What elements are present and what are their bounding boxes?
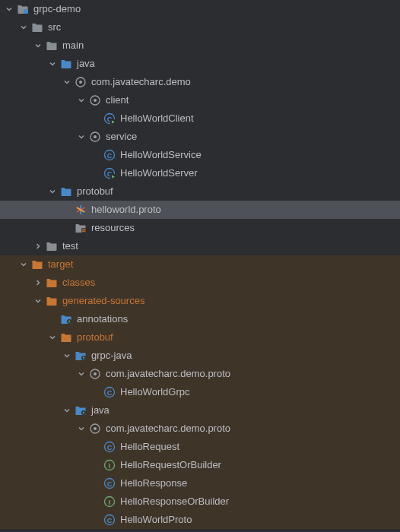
tree-row-test[interactable]: test [0, 237, 400, 255]
package-icon [89, 423, 101, 435]
tree-label: client [106, 91, 129, 109]
svg-point-4 [94, 99, 97, 102]
interface-icon: I [103, 459, 116, 471]
chevron-down-icon[interactable] [48, 333, 57, 342]
tree-label: main [62, 36, 84, 55]
chevron-down-icon[interactable] [62, 78, 71, 87]
tree-label: protobuf [77, 182, 113, 201]
tree-label: java [91, 401, 110, 420]
tree-row-HelloResponse[interactable]: CHelloResponse [0, 474, 400, 492]
folder-icon [31, 21, 43, 33]
tree-label: HelloWorldServer [120, 164, 198, 182]
chevron-down-icon[interactable] [19, 260, 28, 269]
tree-row-protobuf1[interactable]: protobuf [0, 182, 400, 201]
tree-row-java2[interactable]: java [0, 401, 400, 420]
folder-generated-icon [60, 313, 72, 325]
tree-row-HelloResponseOrBuilder[interactable]: IHelloResponseOrBuilder [0, 492, 400, 511]
chevron-down-icon[interactable] [33, 41, 43, 50]
tree-label: src [48, 18, 61, 36]
folder-icon [46, 40, 58, 52]
chevron-down-icon[interactable] [48, 59, 57, 68]
chevron-down-icon[interactable] [5, 5, 14, 14]
chevron-right-icon[interactable] [33, 278, 43, 287]
tree-label: java [77, 55, 95, 73]
tree-row-HelloWorldProto[interactable]: CHelloWorldProto [0, 511, 400, 529]
tree-row-HelloWorldGrpc[interactable]: CHelloWorldGrpc [0, 383, 400, 401]
chevron-right-icon[interactable] [33, 242, 43, 251]
project-tree: grpc-demosrcmainjavacom.javatecharc.demo… [0, 0, 400, 529]
tree-row-java[interactable]: java [0, 55, 400, 73]
chevron-down-icon[interactable] [62, 351, 71, 360]
class-run-icon: C [103, 167, 116, 179]
svg-text:I: I [109, 499, 111, 506]
svg-rect-0 [24, 9, 28, 14]
tree-label: service [106, 128, 137, 146]
tree-label: com.javatecharc.demo.proto [106, 365, 230, 383]
package-icon [89, 131, 101, 143]
svg-text:C: C [107, 444, 113, 451]
tree-row-protobuf2[interactable]: protobuf [0, 328, 400, 347]
tree-row-target[interactable]: target [0, 255, 400, 274]
tree-label: annotations [77, 310, 128, 328]
tree-label: com.javatecharc.demo.proto [106, 420, 230, 438]
svg-text:C: C [107, 517, 113, 524]
folder-source-icon [60, 58, 72, 70]
tree-row-classes[interactable]: classes [0, 274, 400, 292]
chevron-down-icon[interactable] [77, 96, 86, 105]
tree-label: grpc-demo [33, 0, 81, 18]
tree-label: HelloWorldService [120, 146, 202, 164]
tree-label: HelloWorldGrpc [120, 383, 190, 401]
class-run-icon: C [103, 112, 116, 125]
tree-row-service[interactable]: service [0, 128, 400, 146]
class-icon: C [103, 477, 116, 489]
tree-row-annotations[interactable]: annotations [0, 310, 400, 328]
tree-label: com.javatecharc.demo [91, 73, 191, 91]
tree-label: test [62, 237, 78, 255]
tree-row-root[interactable]: grpc-demo [0, 0, 400, 18]
tree-row-HelloRequest[interactable]: CHelloRequest [0, 438, 400, 456]
tree-row-HelloWorldServer[interactable]: CHelloWorldServer [0, 164, 400, 182]
package-icon [89, 94, 101, 106]
tree-row-HelloWorldClient[interactable]: CHelloWorldClient [0, 109, 400, 128]
class-icon: C [103, 386, 116, 398]
tree-row-resources[interactable]: resources [0, 219, 400, 237]
tree-row-src[interactable]: src [0, 18, 400, 36]
tree-label: HelloRequest [120, 438, 179, 456]
folder-excluded-icon [46, 295, 58, 307]
svg-rect-17 [82, 230, 86, 231]
tree-row-pkg1[interactable]: com.javatecharc.demo [0, 73, 400, 91]
tree-row-HelloWorldService[interactable]: CHelloWorldService [0, 146, 400, 164]
svg-text:I: I [109, 462, 111, 470]
class-icon: C [103, 514, 116, 526]
chevron-down-icon[interactable] [33, 296, 43, 306]
svg-rect-16 [82, 229, 86, 230]
tree-row-HelloRequestOrBuilder[interactable]: IHelloRequestOrBuilder [0, 456, 400, 474]
tree-label: resources [91, 219, 135, 237]
folder-source-icon [60, 185, 72, 198]
chevron-down-icon[interactable] [77, 424, 86, 433]
chevron-down-icon[interactable] [62, 406, 71, 415]
chevron-down-icon[interactable] [77, 132, 86, 141]
chevron-down-icon[interactable] [77, 369, 86, 378]
tree-row-grpcjava[interactable]: grpc-java [0, 347, 400, 365]
proto-icon [75, 204, 87, 216]
package-icon [75, 76, 87, 88]
tree-row-client[interactable]: client [0, 91, 400, 109]
tree-label: classes [62, 274, 95, 292]
tree-row-gensrc[interactable]: generated-sources [0, 292, 400, 310]
tree-row-pkg3[interactable]: com.javatecharc.demo.proto [0, 420, 400, 438]
tree-label: HelloWorldProto [120, 511, 192, 529]
folder-excluded-icon [60, 331, 72, 344]
folder-resources-icon [75, 222, 87, 234]
tree-row-pkg2[interactable]: com.javatecharc.demo.proto [0, 365, 400, 383]
tree-label: helloworld.proto [91, 201, 161, 219]
tree-row-main[interactable]: main [0, 36, 400, 55]
svg-point-2 [79, 81, 82, 84]
chevron-down-icon[interactable] [19, 23, 28, 32]
tree-row-helloworld[interactable]: helloworld.proto [0, 201, 400, 219]
interface-icon: I [103, 496, 116, 508]
folder-icon [46, 240, 58, 252]
tree-label: grpc-java [91, 347, 132, 365]
svg-text:C: C [107, 152, 113, 160]
chevron-down-icon[interactable] [48, 187, 57, 196]
